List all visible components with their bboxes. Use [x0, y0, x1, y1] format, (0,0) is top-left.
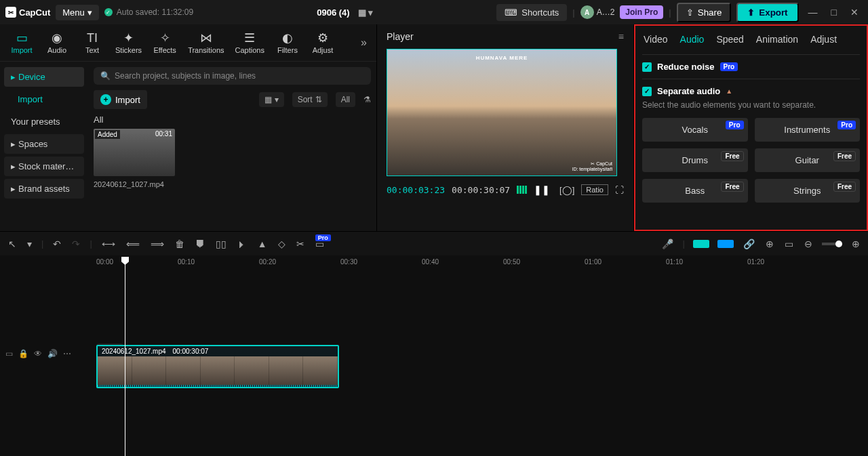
ruler-mark: 00:50 — [503, 258, 520, 266]
media-content: 🔍 Search project, subjects in image, lin… — [88, 62, 376, 231]
timeline[interactable]: ▭ 🔒 👁 🔊 ⋯ ✎ Cover 00:00 00:10 00:20 00:3… — [0, 255, 868, 456]
media-category-all[interactable]: All — [94, 115, 371, 125]
align-button[interactable]: ⊕ — [764, 237, 775, 251]
media-item[interactable]: Added 00:31 20240612_1027.mp4 — [94, 129, 175, 188]
separate-audio-checkbox[interactable]: ✓ Separate audio ▲ — [642, 86, 860, 96]
player-title: Player — [387, 31, 414, 42]
split-left-button[interactable]: ⟸ — [125, 237, 141, 251]
timecode-current: 00:00:03:23 — [387, 185, 445, 195]
timeline-ruler[interactable]: 00:00 00:10 00:20 00:30 00:40 00:50 01:0… — [92, 255, 868, 272]
tab-effects[interactable]: ✧Effects — [149, 28, 181, 57]
sidebar-item-device[interactable]: ▸ Device — [4, 67, 84, 87]
tab-transitions[interactable]: ⋈Transitions — [184, 28, 228, 57]
ruler-mark: 00:00 — [96, 258, 113, 266]
fullscreen-icon[interactable]: ⛶ — [615, 185, 624, 195]
separate-guitar-button[interactable]: GuitarFree — [755, 148, 861, 172]
split-button[interactable]: ⟷ — [100, 237, 117, 251]
tab-import[interactable]: ▭Import — [5, 28, 38, 57]
sort-button[interactable]: Sort ⇅ — [292, 92, 328, 107]
undo-button[interactable]: ↶ — [52, 237, 62, 251]
tab-stickers[interactable]: ✦Stickers — [111, 28, 146, 57]
ruler-mark: 00:40 — [422, 258, 439, 266]
share-button[interactable]: ⇧ Share — [677, 3, 732, 22]
timeline-body[interactable]: 00:00 00:10 00:20 00:30 00:40 00:50 01:0… — [92, 255, 868, 456]
minimize-button[interactable]: ― — [804, 7, 822, 18]
toggle-1[interactable] — [693, 240, 709, 248]
cursor-tool-button[interactable]: ↖ — [7, 237, 18, 251]
track-more-icon[interactable]: ⋯ — [63, 349, 71, 358]
tabs-more-icon[interactable]: » — [357, 37, 371, 49]
zoom-slider[interactable] — [822, 243, 842, 245]
flip-button[interactable]: ▲ — [256, 237, 269, 251]
playhead[interactable] — [125, 257, 125, 456]
user-area[interactable]: A A…2 — [580, 5, 615, 19]
sidebar-item-import[interactable]: Import — [4, 89, 84, 109]
mirror-button[interactable]: ▯▯ — [214, 237, 228, 251]
maximize-button[interactable]: □ — [827, 7, 841, 18]
split-right-button[interactable]: ⟹ — [149, 237, 165, 251]
filter-icon[interactable]: ⚗ — [363, 95, 371, 104]
zoom-out-button[interactable]: ⊖ — [803, 237, 814, 251]
inspector-tab-audio[interactable]: Audio — [680, 34, 705, 45]
focus-icon[interactable]: [◯] — [559, 185, 574, 195]
snap-button[interactable]: ▭ — [783, 237, 795, 251]
import-button[interactable]: + Import — [94, 90, 147, 109]
separate-bass-button[interactable]: BassFree — [642, 179, 748, 203]
tab-captions[interactable]: ☰Captions — [231, 28, 269, 57]
sidebar-item-stock[interactable]: ▸ Stock mater… — [4, 157, 84, 176]
track-lock-icon[interactable]: 🔒 — [18, 349, 28, 358]
search-input[interactable]: 🔍 Search project, subjects in image, lin… — [94, 67, 371, 85]
track-collapse-icon[interactable]: ▭ — [5, 349, 13, 358]
separate-vocals-button[interactable]: VocalsPro — [642, 118, 748, 142]
redo-button[interactable]: ↷ — [71, 237, 81, 251]
menu-button[interactable]: Menu ▾ — [56, 5, 99, 20]
shortcuts-button[interactable]: ⌨ Shortcuts — [496, 4, 567, 21]
inspector-tab-adjust[interactable]: Adjust — [810, 34, 837, 45]
separate-strings-button[interactable]: StringsFree — [755, 179, 861, 203]
app-logo: ✂ CapCut — [5, 7, 50, 18]
inspector-tab-video[interactable]: Video — [644, 34, 668, 45]
track-mute-icon[interactable]: 🔊 — [47, 349, 58, 358]
reduce-noise-checkbox[interactable]: ✓ Reduce noise Pro — [642, 62, 860, 72]
timeline-clip[interactable]: 20240612_1027.mp4 00:00:30:07 — [96, 345, 339, 388]
rotate-button[interactable]: ◇ — [277, 237, 287, 251]
tab-adjust[interactable]: ⚙Adjust — [307, 28, 339, 57]
layout-icon[interactable]: ▦ ▾ — [358, 7, 374, 18]
thumb-duration: 00:31 — [155, 130, 172, 138]
adjust-icon: ⚙ — [317, 31, 328, 45]
tab-filters[interactable]: ◐Filters — [271, 28, 304, 57]
export-button[interactable]: ⬆ Export — [736, 3, 798, 22]
player-canvas[interactable]: HUMNAVA MERE ✂ CapCut ID: templatebysita… — [387, 49, 617, 176]
media-thumbnail: Added 00:31 — [94, 129, 175, 176]
inspector-tab-animation[interactable]: Animation — [756, 34, 798, 45]
ratio-button[interactable]: Ratio — [581, 184, 608, 195]
shield-button[interactable]: ⛊ — [194, 237, 206, 251]
project-name[interactable]: 0906 (4) — [317, 7, 349, 18]
cursor-dropdown[interactable]: ▾ — [26, 237, 33, 251]
toggle-2[interactable] — [717, 240, 734, 248]
tab-text[interactable]: TIText — [76, 28, 108, 57]
track-visible-icon[interactable]: 👁 — [34, 349, 42, 358]
captions-icon: ☰ — [244, 31, 255, 45]
speed-button[interactable]: ⏵ — [236, 237, 248, 251]
inspector-tab-speed[interactable]: Speed — [716, 34, 743, 45]
separate-drums-button[interactable]: DrumsFree — [642, 148, 748, 172]
join-pro-button[interactable]: Join Pro — [620, 5, 663, 19]
pause-button[interactable]: ❚❚ — [534, 184, 550, 195]
delete-button[interactable]: 🗑 — [174, 237, 186, 251]
stickers-icon: ✦ — [123, 31, 134, 45]
sidebar-item-brand[interactable]: ▸ Brand assets — [4, 179, 84, 199]
sidebar-item-presets[interactable]: Your presets — [4, 112, 84, 131]
enhance-button[interactable]: ▭Pro — [314, 239, 326, 249]
separate-instruments-button[interactable]: InstrumentsPro — [755, 118, 861, 142]
sidebar-item-spaces[interactable]: ▸ Spaces — [4, 134, 84, 154]
player-menu-icon[interactable]: ≡ — [618, 31, 624, 42]
close-button[interactable]: ✕ — [846, 7, 863, 18]
link-button[interactable]: 🔗 — [742, 237, 756, 251]
crop-button[interactable]: ✂ — [295, 237, 306, 251]
filter-all-button[interactable]: All — [336, 92, 355, 107]
mic-button[interactable]: 🎤 — [660, 237, 675, 251]
view-mode-button[interactable]: ▦ ▾ — [259, 92, 283, 107]
zoom-in-button[interactable]: ⊕ — [850, 237, 861, 251]
tab-audio[interactable]: ◉Audio — [41, 28, 73, 57]
